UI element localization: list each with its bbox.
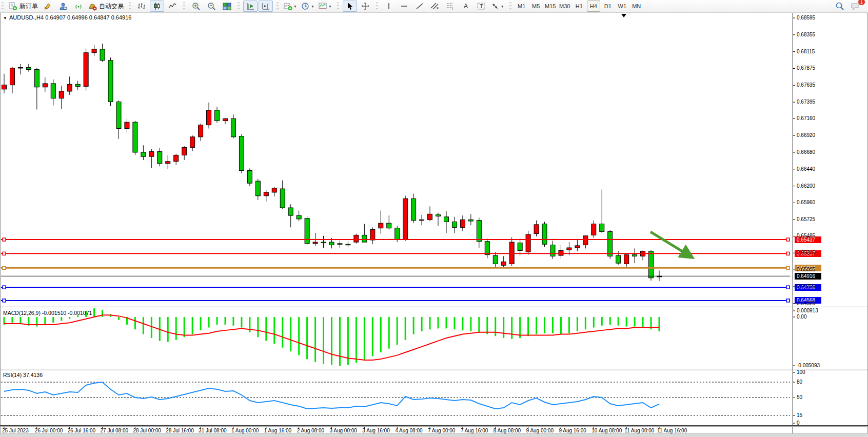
cursor-button[interactable]: [343, 1, 357, 12]
timeframe-m15-button[interactable]: M15: [544, 1, 557, 12]
toolbar-grip[interactable]: [183, 2, 185, 10]
level-handle[interactable]: [786, 299, 790, 302]
toolbar-grip[interactable]: [238, 2, 240, 10]
candle-body: [329, 242, 334, 245]
search-button[interactable]: [833, 1, 847, 12]
level-handle[interactable]: [786, 286, 790, 289]
candle-body: [174, 155, 179, 161]
toolbar-grip[interactable]: [376, 2, 378, 10]
timeframe-group: M1M5M15M30H1H4D1W1MN: [513, 0, 645, 12]
autotrading-button[interactable]: 自动交易: [87, 1, 125, 12]
candle-body: [149, 152, 154, 157]
zoom-out-button[interactable]: [204, 1, 219, 12]
level-handle[interactable]: [3, 252, 6, 255]
fibonacci-button[interactable]: F: [443, 1, 458, 12]
dropdown-arrow-icon: ▼: [311, 5, 314, 8]
timeframe-m5-button[interactable]: M5: [529, 1, 543, 12]
chat-badge: 1: [858, 0, 865, 6]
trendline-icon: [416, 2, 424, 10]
level-handle[interactable]: [786, 238, 790, 241]
templates-button[interactable]: ▼: [317, 1, 333, 12]
candle-body: [133, 122, 137, 152]
candle-body: [166, 162, 170, 164]
indicators-button[interactable]: ▼: [282, 1, 299, 12]
market-watch-button[interactable]: [41, 1, 55, 12]
chart-canvas[interactable]: [0, 0, 868, 437]
toolbar-grip[interactable]: [2, 2, 4, 10]
level-handle[interactable]: [3, 286, 6, 289]
candle-body: [51, 84, 55, 98]
channel-button[interactable]: E: [428, 1, 442, 12]
candle-body: [190, 137, 195, 148]
level-handle[interactable]: [786, 266, 790, 269]
auto-scroll-button[interactable]: [243, 1, 258, 12]
candle-body: [591, 224, 596, 235]
text-label-button[interactable]: T: [474, 1, 488, 12]
autotrading-icon: [88, 2, 97, 11]
crosshair-button[interactable]: [358, 1, 372, 12]
candle-body: [43, 84, 47, 87]
level-handle[interactable]: [3, 299, 6, 302]
signals-button[interactable]: [71, 1, 86, 12]
horizontal-line-icon: [400, 2, 408, 10]
timeframe-d1-button[interactable]: D1: [601, 1, 615, 12]
text-button[interactable]: A: [459, 1, 473, 12]
bar-chart-button[interactable]: [134, 1, 149, 12]
candlestick-chart-button[interactable]: [150, 1, 164, 12]
horizontal-line-button[interactable]: [397, 1, 411, 12]
dropdown-arrow-icon: ▼: [501, 5, 504, 8]
candle-body: [84, 53, 88, 87]
timeframe-m1-button[interactable]: M1: [515, 1, 528, 12]
cursor-icon: [346, 2, 354, 10]
candle-body: [125, 122, 129, 128]
dropdown-arrow-icon: ▼: [328, 5, 332, 8]
timeframe-w1-button[interactable]: W1: [616, 1, 629, 12]
toolbar-grip[interactable]: [337, 2, 339, 10]
scroll-group: [241, 0, 275, 12]
timeframe-h1-button[interactable]: H1: [573, 1, 586, 12]
candle-body: [215, 110, 220, 121]
periods-button[interactable]: ▼: [300, 1, 316, 12]
chart-frame: [1, 13, 868, 434]
toolbar-grip[interactable]: [277, 2, 279, 10]
timeframe-mn-button[interactable]: MN: [630, 1, 643, 12]
community-button[interactable]: [56, 1, 70, 12]
vertical-line-icon: [385, 2, 392, 10]
candle-body: [157, 152, 162, 164]
timeframe-h4-button[interactable]: H4: [587, 1, 600, 12]
objects-group: ▼ ▼ ▼: [280, 0, 336, 12]
trendline-button[interactable]: [412, 1, 427, 12]
arrows-icon: [491, 2, 500, 10]
vertical-line-button[interactable]: [382, 1, 396, 12]
svg-text:A: A: [464, 3, 468, 10]
candle-body: [411, 198, 416, 220]
toolbar-grip[interactable]: [129, 2, 131, 10]
zoom-in-button[interactable]: [189, 1, 203, 12]
candle-body: [26, 67, 31, 69]
candle-body: [575, 246, 580, 248]
line-chart-button[interactable]: [165, 1, 180, 12]
candle-body: [75, 84, 80, 86]
timeframe-m30-button[interactable]: M30: [558, 1, 571, 12]
candle-body: [321, 242, 326, 243]
level-handle[interactable]: [786, 252, 790, 255]
candle-body: [239, 136, 244, 171]
candle-body: [460, 220, 465, 227]
chat-button[interactable]: 1: [848, 1, 862, 12]
level-handle[interactable]: [3, 238, 6, 241]
candle-body: [338, 244, 342, 245]
new-order-button[interactable]: 新订单: [7, 1, 40, 12]
text-label-icon: T: [477, 2, 485, 10]
level-handle[interactable]: [3, 266, 6, 269]
chart-shift-button[interactable]: [259, 1, 273, 12]
candle-body: [10, 68, 14, 85]
candle-body: [542, 224, 547, 245]
zoom-group: [187, 0, 236, 12]
search-icon: [835, 2, 844, 11]
toolbar-right: 1: [832, 1, 868, 12]
candle-body: [199, 125, 203, 137]
toolbar-grip[interactable]: [509, 2, 511, 10]
candle-body: [387, 223, 391, 228]
tile-windows-button[interactable]: [220, 1, 234, 12]
arrows-tool-button[interactable]: ▼: [489, 1, 506, 12]
